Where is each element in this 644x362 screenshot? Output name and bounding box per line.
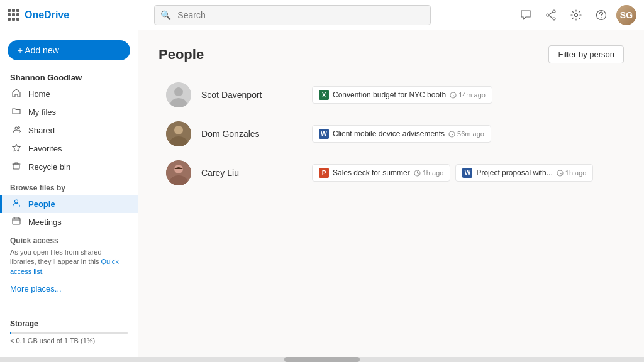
sidebar-item-favorites-label: Favorites <box>28 144 62 153</box>
person-row[interactable]: Carey Liu P Sales deck for summer 1h ago… <box>158 154 624 192</box>
svg-rect-13 <box>13 218 20 224</box>
home-icon <box>12 89 22 99</box>
main-layout: + Add new Shannon Goodlaw Home My files … <box>0 30 644 357</box>
person-row[interactable]: Dom Gonzales W Client mobile device advi… <box>158 115 624 153</box>
sidebar-item-meetings-label: Meetings <box>28 217 62 227</box>
file-name: Client mobile device advisements <box>333 129 445 138</box>
folder-icon <box>12 107 22 118</box>
word-icon: W <box>462 168 472 178</box>
filter-by-person-button[interactable]: Filter by person <box>548 45 624 63</box>
svg-point-1 <box>553 18 555 20</box>
sidebar-item-recycle-bin-label: Recycle bin <box>28 162 70 172</box>
svg-point-0 <box>553 10 555 13</box>
storage-text: < 0.1 GB used of 1 TB (1%) <box>10 337 128 344</box>
svg-point-12 <box>15 200 18 203</box>
storage-bar-fill <box>10 332 11 334</box>
settings-button[interactable] <box>566 5 586 25</box>
topbar-actions: SG <box>516 5 636 25</box>
avatar-scot <box>166 82 191 107</box>
svg-point-2 <box>547 14 549 16</box>
app-logo[interactable]: OneDrive <box>8 9 108 21</box>
avatar: SG <box>616 5 636 25</box>
sidebar-item-recycle-bin[interactable]: Recycle bin <box>0 158 138 176</box>
person-files: W Client mobile device advisements 56m a… <box>312 125 491 143</box>
svg-point-15 <box>174 87 183 96</box>
avatar-carey <box>166 160 191 185</box>
svg-point-5 <box>574 13 577 16</box>
person-icon <box>12 199 22 209</box>
sidebar-item-shared-label: Shared <box>28 126 55 135</box>
svg-rect-11 <box>13 164 19 169</box>
quick-access-text-2: . <box>42 268 44 275</box>
sidebar-item-shared[interactable]: Shared <box>0 121 138 140</box>
horizontal-scrollbar[interactable] <box>0 357 644 362</box>
more-places-link[interactable]: More places... <box>0 282 138 296</box>
word-icon: W <box>319 129 329 139</box>
app-name: OneDrive <box>25 9 69 21</box>
content-header: People Filter by person <box>158 45 624 63</box>
person-row[interactable]: Scot Davenport X Convention budget for N… <box>158 76 624 114</box>
svg-point-8 <box>15 127 18 129</box>
comments-button[interactable] <box>516 5 536 25</box>
topbar: OneDrive 🔍 <box>0 0 644 30</box>
file-time: 1h ago <box>557 169 587 177</box>
powerpoint-icon: P <box>319 168 329 178</box>
add-new-button[interactable]: + Add new <box>8 40 130 60</box>
svg-marker-10 <box>13 144 21 151</box>
file-time: 14m ago <box>450 91 486 99</box>
excel-icon: X <box>319 90 329 100</box>
sidebar-item-favorites[interactable]: Favorites <box>0 140 138 158</box>
search-icon: 🔍 <box>160 10 171 20</box>
avatar-dom <box>166 121 191 146</box>
svg-line-4 <box>549 16 553 18</box>
quick-access-section: Quick access As you open files from shar… <box>0 231 138 282</box>
person-name: Scot Davenport <box>201 90 302 100</box>
search-bar: 🔍 <box>154 5 431 25</box>
favorites-icon <box>12 143 22 154</box>
recycle-bin-icon <box>12 162 22 172</box>
sidebar-item-home-label: Home <box>28 89 50 99</box>
file-chip[interactable]: X Convention budget for NYC booth 14m ag… <box>312 86 492 104</box>
svg-line-3 <box>549 12 553 14</box>
user-name: Shannon Goodlaw <box>0 68 138 85</box>
storage-section: Storage < 0.1 GB used of 1 TB (1%) <box>0 314 138 349</box>
people-list: Scot Davenport X Convention budget for N… <box>158 76 624 192</box>
sidebar-item-my-files-label: My files <box>28 107 56 117</box>
file-name: Project proposal with... <box>476 168 552 177</box>
file-chip[interactable]: W Client mobile device advisements 56m a… <box>312 125 491 143</box>
sidebar-item-meetings[interactable]: Meetings <box>0 213 138 231</box>
svg-point-19 <box>174 126 183 134</box>
sidebar-item-my-files[interactable]: My files <box>0 103 138 121</box>
storage-title: Storage <box>10 319 128 328</box>
search-input[interactable] <box>154 5 431 25</box>
sidebar: + Add new Shannon Goodlaw Home My files … <box>0 30 138 357</box>
browse-section-header: Browse files by <box>0 176 138 195</box>
quick-access-title: Quick access <box>10 236 128 245</box>
user-avatar-button[interactable]: SG <box>616 5 636 25</box>
file-chip[interactable]: W Project proposal with... 1h ago <box>455 164 593 182</box>
person-name: Carey Liu <box>201 168 302 178</box>
page-title: People <box>158 47 204 63</box>
file-name: Convention budget for NYC booth <box>333 90 446 99</box>
quick-access-desc: As you open files from shared libraries,… <box>10 248 128 277</box>
storage-bar-background <box>10 332 128 334</box>
quick-access-text-1: As you open files from shared libraries,… <box>10 248 102 265</box>
file-time: 56m ago <box>448 130 484 138</box>
file-name: Sales deck for summer <box>333 168 410 177</box>
svg-point-7 <box>601 17 602 18</box>
svg-point-9 <box>18 127 20 129</box>
file-chip[interactable]: P Sales deck for summer 1h ago <box>312 164 450 182</box>
scrollbar-thumb[interactable] <box>284 357 360 362</box>
person-name: Dom Gonzales <box>201 129 302 139</box>
meetings-icon <box>12 217 22 228</box>
sidebar-item-people[interactable]: People <box>0 195 138 213</box>
main-content: People Filter by person Scot Davenport X <box>138 30 644 357</box>
person-files: P Sales deck for summer 1h ago W Project… <box>312 164 593 182</box>
share-button[interactable] <box>541 5 561 25</box>
waffle-icon[interactable] <box>8 9 19 21</box>
help-button[interactable] <box>591 5 611 25</box>
person-files: X Convention budget for NYC booth 14m ag… <box>312 86 492 104</box>
sidebar-item-people-label: People <box>28 199 55 209</box>
sidebar-item-home[interactable]: Home <box>0 85 138 103</box>
file-time: 1h ago <box>414 169 444 177</box>
